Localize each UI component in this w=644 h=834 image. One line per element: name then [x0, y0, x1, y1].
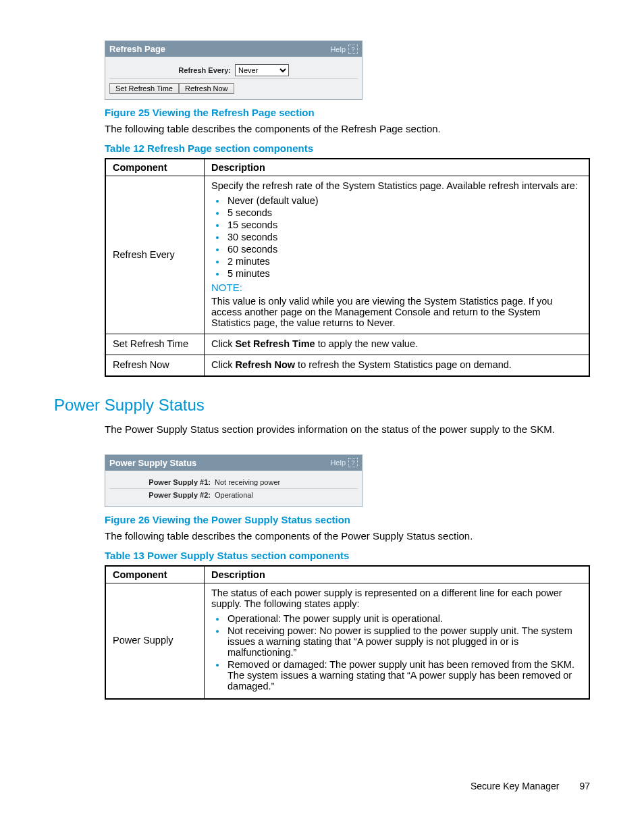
table-row: Component Description: [105, 159, 589, 176]
panel-body: Refresh Every: Never Set Refresh Time Re…: [105, 57, 362, 99]
table-12-caption: Table 12 Refresh Page section components: [105, 142, 590, 154]
refresh-every-label: Refresh Every:: [109, 66, 235, 74]
help-icon: ?: [348, 45, 358, 54]
table-header-description: Description: [205, 566, 590, 583]
refresh-every-select[interactable]: Never: [235, 64, 289, 76]
table-cell-description: The status of each power supply is repre…: [205, 583, 590, 699]
table-header-component: Component: [105, 566, 205, 583]
list-item: Not receiving power: No power is supplie…: [226, 625, 582, 658]
set-refresh-time-button[interactable]: Set Refresh Time: [109, 83, 179, 94]
figure-25-caption: Figure 25 Viewing the Refresh Page secti…: [105, 107, 590, 118]
table-cell-component: Set Refresh Time: [105, 334, 205, 355]
desc-pre: Click: [211, 359, 235, 370]
table-13-caption: Table 13 Power Supply Status section com…: [105, 550, 590, 561]
power-supply-1-value: Not receiving power: [215, 478, 280, 486]
refresh-every-row: Refresh Every: Never: [109, 62, 358, 79]
desc-intro: Specify the refresh rate of the System S…: [211, 180, 578, 191]
power-supply-panel: Power Supply Status Help ? Power Supply …: [105, 454, 363, 507]
refresh-now-button[interactable]: Refresh Now: [179, 83, 234, 94]
table-cell-description: Specify the refresh rate of the System S…: [205, 176, 590, 334]
list-item: Operational: The power supply unit is op…: [226, 613, 582, 624]
power-supply-2-label: Power Supply #2:: [109, 491, 215, 499]
list-item: 30 seconds: [226, 232, 582, 242]
power-supply-2-value: Operational: [215, 491, 253, 499]
footer-page-number: 97: [579, 781, 590, 791]
list-item: 5 minutes: [226, 268, 582, 279]
desc-list: Never (default value) 5 seconds 15 secon…: [211, 195, 582, 279]
figure-25-text: The following table describes the compon…: [105, 122, 590, 136]
desc-post: to apply the new value.: [315, 338, 418, 349]
table-cell-component: Refresh Now: [105, 355, 205, 377]
power-supply-status-heading: Power Supply Status: [54, 396, 590, 415]
desc-bold: Refresh Now: [235, 359, 295, 370]
list-item: 5 seconds: [226, 207, 582, 218]
note-text: This value is only valid while you are v…: [211, 296, 552, 328]
list-item: 2 minutes: [226, 256, 582, 267]
help-link[interactable]: Help ?: [330, 45, 358, 54]
desc-list: Operational: The power supply unit is op…: [211, 613, 582, 692]
table-header-description: Description: [205, 159, 590, 176]
table-13: Component Description Power Supply The s…: [105, 565, 590, 700]
footer-product: Secure Key Manager: [471, 781, 560, 791]
button-row: Set Refresh Time Refresh Now: [109, 83, 358, 94]
desc-post: to refresh the System Statistics page on…: [295, 359, 512, 370]
power-supply-1-row: Power Supply #1: Not receiving power: [109, 476, 358, 489]
panel-title: Refresh Page: [109, 44, 165, 54]
panel-titlebar: Power Supply Status Help ?: [105, 455, 362, 471]
figure-26-text: The following table describes the compon…: [105, 529, 590, 543]
power-supply-1-label: Power Supply #1:: [109, 478, 215, 486]
refresh-page-panel: Refresh Page Help ? Refresh Every: Never…: [105, 41, 363, 100]
desc-intro: The status of each power supply is repre…: [211, 588, 562, 609]
page-footer: Secure Key Manager 97: [54, 781, 590, 791]
help-label: Help: [330, 459, 346, 467]
panel-title: Power Supply Status: [109, 458, 196, 468]
table-cell-description: Click Set Refresh Time to apply the new …: [205, 334, 590, 355]
table-header-component: Component: [105, 159, 205, 176]
table-cell-component: Power Supply: [105, 583, 205, 699]
list-item: 15 seconds: [226, 219, 582, 230]
help-link[interactable]: Help ?: [330, 458, 358, 467]
figure-26-caption: Figure 26 Viewing the Power Supply Statu…: [105, 514, 590, 525]
table-row: Component Description: [105, 566, 589, 583]
panel-titlebar: Refresh Page Help ?: [105, 41, 362, 57]
table-row: Power Supply The status of each power su…: [105, 583, 589, 699]
list-item: Removed or damaged: The power supply uni…: [226, 659, 582, 692]
power-supply-2-row: Power Supply #2: Operational: [109, 489, 358, 501]
table-12: Component Description Refresh Every Spec…: [105, 158, 590, 377]
help-label: Help: [330, 45, 346, 53]
list-item: Never (default value): [226, 195, 582, 206]
table-cell-component: Refresh Every: [105, 176, 205, 334]
pss-intro-text: The Power Supply Status section provides…: [105, 423, 590, 436]
desc-bold: Set Refresh Time: [235, 338, 315, 349]
help-icon: ?: [348, 458, 358, 467]
list-item: 60 seconds: [226, 244, 582, 255]
table-row: Refresh Every Specify the refresh rate o…: [105, 176, 589, 334]
table-row: Set Refresh Time Click Set Refresh Time …: [105, 334, 589, 355]
desc-pre: Click: [211, 338, 235, 349]
panel-body: Power Supply #1: Not receiving power Pow…: [105, 471, 362, 506]
table-row: Refresh Now Click Refresh Now to refresh…: [105, 355, 589, 377]
table-cell-description: Click Refresh Now to refresh the System …: [205, 355, 590, 377]
note-label: NOTE:: [211, 282, 582, 293]
